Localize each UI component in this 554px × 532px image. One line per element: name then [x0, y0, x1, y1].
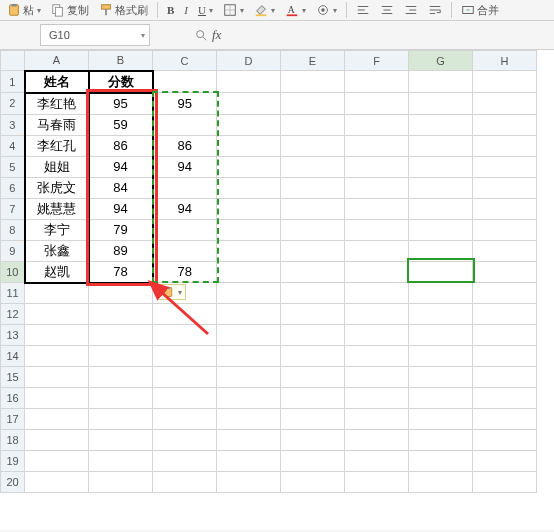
cell-E3[interactable]: [281, 114, 345, 135]
cell-F9[interactable]: [345, 240, 409, 261]
col-header-F[interactable]: F: [345, 51, 409, 71]
cell-C12[interactable]: [153, 304, 217, 325]
row-header-10[interactable]: 10: [1, 261, 25, 283]
cell-A1[interactable]: 姓名: [25, 71, 89, 93]
cell-A14[interactable]: [25, 346, 89, 367]
spreadsheet-grid[interactable]: ABCDEFGH1姓名分数2李红艳95953马春雨594李红孔86865姐姐94…: [0, 50, 537, 493]
cell-E12[interactable]: [281, 304, 345, 325]
fill-color-button[interactable]: ▾: [251, 1, 278, 19]
cell-D12[interactable]: [217, 304, 281, 325]
row-header-12[interactable]: 12: [1, 304, 25, 325]
cell-H10[interactable]: [473, 261, 537, 283]
cell-H13[interactable]: [473, 325, 537, 346]
align-center-button[interactable]: [377, 1, 397, 19]
cell-C17[interactable]: [153, 409, 217, 430]
cell-G11[interactable]: [409, 283, 473, 304]
effects-button[interactable]: ▾: [313, 1, 340, 19]
cell-C3[interactable]: [153, 114, 217, 135]
row-header-20[interactable]: 20: [1, 472, 25, 493]
cell-B7[interactable]: 94: [89, 198, 153, 219]
row-header-11[interactable]: 11: [1, 283, 25, 304]
cell-C16[interactable]: [153, 388, 217, 409]
cell-H19[interactable]: [473, 451, 537, 472]
cell-F4[interactable]: [345, 135, 409, 156]
cell-D7[interactable]: [217, 198, 281, 219]
cell-B9[interactable]: 89: [89, 240, 153, 261]
cell-D18[interactable]: [217, 430, 281, 451]
cell-C20[interactable]: [153, 472, 217, 493]
cell-G13[interactable]: [409, 325, 473, 346]
cell-C14[interactable]: [153, 346, 217, 367]
bold-button[interactable]: B: [164, 1, 177, 19]
cell-E11[interactable]: [281, 283, 345, 304]
cell-G7[interactable]: [409, 198, 473, 219]
cell-A16[interactable]: [25, 388, 89, 409]
cell-E1[interactable]: [281, 71, 345, 93]
cell-C18[interactable]: [153, 430, 217, 451]
cell-G2[interactable]: [409, 93, 473, 115]
cell-E17[interactable]: [281, 409, 345, 430]
cell-C2[interactable]: 95: [153, 93, 217, 115]
wrap-button[interactable]: [425, 1, 445, 19]
cell-E16[interactable]: [281, 388, 345, 409]
cell-H3[interactable]: [473, 114, 537, 135]
row-header-5[interactable]: 5: [1, 156, 25, 177]
cell-D16[interactable]: [217, 388, 281, 409]
cell-D3[interactable]: [217, 114, 281, 135]
row-header-7[interactable]: 7: [1, 198, 25, 219]
cell-G1[interactable]: [409, 71, 473, 93]
cell-E13[interactable]: [281, 325, 345, 346]
cell-A12[interactable]: [25, 304, 89, 325]
cell-A20[interactable]: [25, 472, 89, 493]
cell-D5[interactable]: [217, 156, 281, 177]
cell-H16[interactable]: [473, 388, 537, 409]
col-header-A[interactable]: A: [25, 51, 89, 71]
cell-C4[interactable]: 86: [153, 135, 217, 156]
cell-E14[interactable]: [281, 346, 345, 367]
row-header-6[interactable]: 6: [1, 177, 25, 198]
cell-E5[interactable]: [281, 156, 345, 177]
cell-C6[interactable]: [153, 177, 217, 198]
italic-button[interactable]: I: [181, 1, 191, 19]
cell-B8[interactable]: 79: [89, 219, 153, 240]
cell-F18[interactable]: [345, 430, 409, 451]
col-header-D[interactable]: D: [217, 51, 281, 71]
cell-E8[interactable]: [281, 219, 345, 240]
cell-G12[interactable]: [409, 304, 473, 325]
cell-G20[interactable]: [409, 472, 473, 493]
cell-D13[interactable]: [217, 325, 281, 346]
cell-G15[interactable]: [409, 367, 473, 388]
cell-F15[interactable]: [345, 367, 409, 388]
cell-H9[interactable]: [473, 240, 537, 261]
cell-B11[interactable]: [89, 283, 153, 304]
cell-A4[interactable]: 李红孔: [25, 135, 89, 156]
cell-B6[interactable]: 84: [89, 177, 153, 198]
cell-F3[interactable]: [345, 114, 409, 135]
cell-D4[interactable]: [217, 135, 281, 156]
cell-H14[interactable]: [473, 346, 537, 367]
row-header-16[interactable]: 16: [1, 388, 25, 409]
cell-F14[interactable]: [345, 346, 409, 367]
cell-D14[interactable]: [217, 346, 281, 367]
cell-A7[interactable]: 姚慧慧: [25, 198, 89, 219]
cell-B17[interactable]: [89, 409, 153, 430]
cell-B4[interactable]: 86: [89, 135, 153, 156]
row-header-15[interactable]: 15: [1, 367, 25, 388]
cell-H15[interactable]: [473, 367, 537, 388]
cell-G19[interactable]: [409, 451, 473, 472]
cell-A11[interactable]: [25, 283, 89, 304]
format-painter-button[interactable]: 格式刷: [96, 1, 151, 19]
cell-F8[interactable]: [345, 219, 409, 240]
cell-F11[interactable]: [345, 283, 409, 304]
cell-D15[interactable]: [217, 367, 281, 388]
cell-H11[interactable]: [473, 283, 537, 304]
cell-B20[interactable]: [89, 472, 153, 493]
cell-F7[interactable]: [345, 198, 409, 219]
cell-A9[interactable]: 张鑫: [25, 240, 89, 261]
row-header-4[interactable]: 4: [1, 135, 25, 156]
underline-button[interactable]: U▾: [195, 1, 216, 19]
cell-D10[interactable]: [217, 261, 281, 283]
cell-C5[interactable]: 94: [153, 156, 217, 177]
cell-D17[interactable]: [217, 409, 281, 430]
cell-A3[interactable]: 马春雨: [25, 114, 89, 135]
